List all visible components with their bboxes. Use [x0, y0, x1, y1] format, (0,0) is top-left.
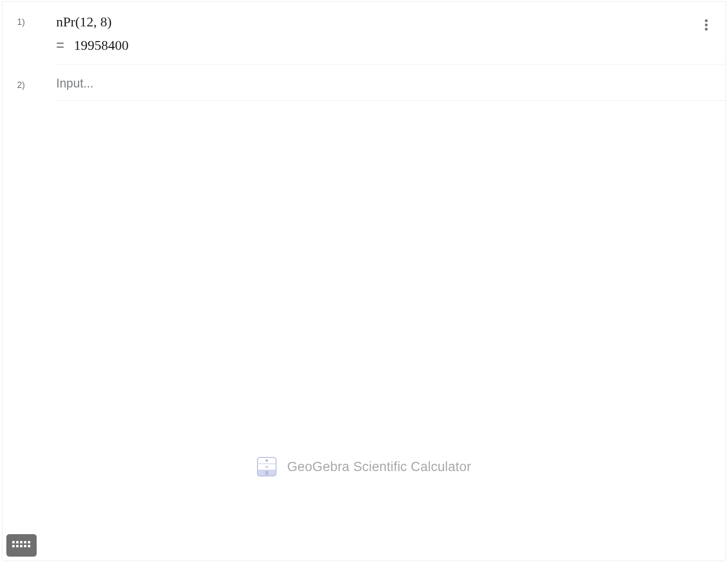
svg-point-0 — [705, 20, 707, 22]
input-field[interactable]: Input... — [56, 74, 686, 100]
row-divider — [56, 100, 726, 101]
calculator-panel: 1) nPr(12, 8) = 19958400 2) Input... — [2, 1, 726, 561]
equals-sign: = — [56, 38, 64, 53]
row-index-label: 2) — [2, 74, 56, 90]
svg-rect-21 — [24, 545, 26, 547]
result-value: 19958400 — [74, 38, 128, 53]
watermark-text: GeoGebra Scientific Calculator — [287, 459, 471, 475]
more-vertical-icon — [705, 19, 708, 31]
history-row: 1) nPr(12, 8) = 19958400 — [2, 1, 726, 64]
row-content[interactable]: nPr(12, 8) = 19958400 — [56, 11, 686, 64]
svg-rect-18 — [12, 545, 15, 547]
result-line: = 19958400 — [56, 35, 642, 58]
svg-rect-15 — [20, 541, 22, 543]
watermark: GeoGebra Scientific Calculator — [2, 457, 726, 476]
svg-point-2 — [705, 28, 707, 31]
svg-rect-22 — [28, 545, 30, 547]
expression-text: nPr(12, 8) — [56, 11, 642, 35]
row-index-label: 1) — [2, 11, 56, 27]
input-row: 2) Input... — [2, 65, 726, 100]
svg-rect-17 — [28, 541, 30, 543]
svg-point-1 — [705, 23, 707, 26]
svg-rect-14 — [16, 541, 19, 543]
input-placeholder: Input... — [56, 74, 642, 94]
svg-rect-20 — [20, 545, 22, 547]
keyboard-icon — [11, 540, 32, 551]
keyboard-toggle-button[interactable] — [6, 534, 37, 557]
calculator-app-icon — [257, 457, 277, 476]
svg-rect-16 — [24, 541, 26, 543]
more-menu-button[interactable] — [697, 16, 715, 34]
svg-rect-13 — [12, 541, 15, 543]
svg-rect-19 — [16, 545, 19, 547]
